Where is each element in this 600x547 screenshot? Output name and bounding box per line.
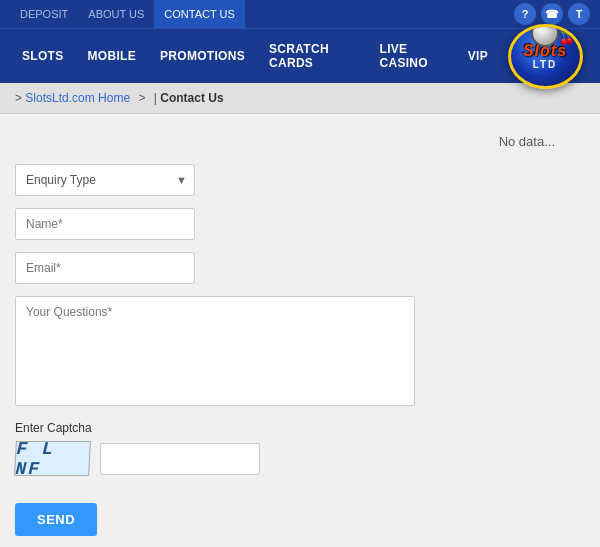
top-nav-icons: ? ☎ T — [514, 3, 590, 25]
breadcrumb-separator2: | — [154, 91, 157, 105]
email-input[interactable] — [15, 252, 195, 284]
top-nav-about[interactable]: ABOUT US — [78, 0, 154, 28]
breadcrumb: > SlotsLtd.com Home > | Contact Us — [0, 83, 600, 114]
no-data-message: No data... — [15, 134, 585, 149]
logo-circle: Slots LTD 🍒 — [508, 24, 583, 89]
phone-icon-button[interactable]: ☎ — [541, 3, 563, 25]
send-button[interactable]: SEND — [15, 503, 97, 536]
name-input[interactable] — [15, 208, 195, 240]
nav-promotions[interactable]: PROMOTIONS — [148, 49, 257, 63]
questions-textarea[interactable] — [15, 296, 415, 406]
breadcrumb-home-link[interactable]: SlotsLtd.com Home — [25, 91, 130, 105]
top-nav-links: DEPOSIT ABOUT US CONTACT US — [10, 0, 245, 28]
site-logo[interactable]: Slots LTD 🍒 — [500, 26, 590, 86]
contact-form: Enquiry Type General Enquiry Technical S… — [15, 164, 435, 536]
nav-live-casino[interactable]: LIVE CASINO — [368, 42, 456, 70]
captcha-label: Enter Captcha — [15, 421, 435, 435]
questions-group — [15, 296, 435, 409]
enquiry-type-select[interactable]: Enquiry Type General Enquiry Technical S… — [15, 164, 195, 196]
top-nav-deposit[interactable]: DEPOSIT — [10, 0, 78, 28]
top-nav-contact[interactable]: CONTACT US — [154, 0, 245, 28]
captcha-image: F L NF — [14, 441, 91, 476]
nav-vip[interactable]: VIP — [456, 49, 500, 63]
nav-scratch-cards[interactable]: SCRATCH CARDS — [257, 42, 368, 70]
captcha-input[interactable] — [100, 443, 260, 475]
top-navigation: DEPOSIT ABOUT US CONTACT US ? ☎ T — [0, 0, 600, 28]
email-group — [15, 252, 435, 284]
logo-text-ltd: LTD — [533, 59, 558, 70]
captcha-row: F L NF — [15, 441, 435, 476]
nav-slots[interactable]: SLOTS — [10, 49, 76, 63]
logo-cherries-icon: 🍒 — [558, 29, 575, 45]
enquiry-type-wrapper: Enquiry Type General Enquiry Technical S… — [15, 164, 195, 196]
text-icon-button[interactable]: T — [568, 3, 590, 25]
logo-container: Slots LTD 🍒 — [500, 26, 590, 86]
main-nav-links: SLOTS MOBILE PROMOTIONS SCRATCH CARDS LI… — [10, 42, 500, 70]
name-group — [15, 208, 435, 240]
breadcrumb-prefix: > — [15, 91, 22, 105]
breadcrumb-current-page: Contact Us — [160, 91, 223, 105]
enquiry-type-group: Enquiry Type General Enquiry Technical S… — [15, 164, 435, 196]
nav-mobile[interactable]: MOBILE — [76, 49, 148, 63]
captcha-group: Enter Captcha F L NF — [15, 421, 435, 476]
main-navigation: SLOTS MOBILE PROMOTIONS SCRATCH CARDS LI… — [0, 28, 600, 83]
help-icon-button[interactable]: ? — [514, 3, 536, 25]
breadcrumb-separator: > — [138, 91, 145, 105]
content-area: No data... Enquiry Type General Enquiry … — [0, 114, 600, 547]
